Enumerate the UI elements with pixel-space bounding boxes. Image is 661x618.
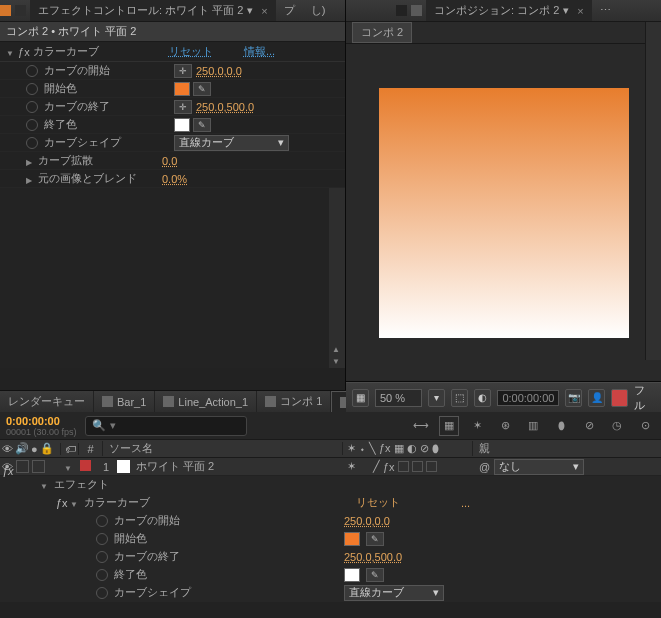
switch-col-icon[interactable]: ƒx (379, 442, 391, 455)
scrollbar-vertical[interactable] (645, 22, 661, 360)
grid-icon[interactable]: ▦ (352, 389, 369, 407)
viewer-canvas-area[interactable] (346, 44, 661, 382)
parent-dropdown[interactable]: なし▾ (494, 459, 584, 475)
color-swatch[interactable] (344, 532, 360, 546)
solo-toggle[interactable] (16, 460, 29, 473)
fx-icon[interactable]: ƒx (56, 497, 68, 509)
switch-col-icon[interactable]: ⊘ (420, 442, 429, 455)
chevron-down-icon[interactable]: ▾ (428, 389, 445, 407)
stopwatch-icon[interactable] (96, 533, 108, 545)
parent-column-header[interactable]: 親 (472, 441, 661, 456)
pickwhip-icon[interactable]: @ (479, 461, 490, 473)
chevron-down-icon[interactable]: ▾ (247, 4, 253, 17)
zoom-dropdown[interactable]: 50 % (375, 389, 422, 407)
disc-icon[interactable]: ⊘ (579, 416, 599, 436)
label-column[interactable]: 🏷 (60, 443, 78, 455)
color-swatch[interactable] (174, 118, 190, 132)
speaker-icon[interactable]: 🔊 (15, 442, 29, 455)
layer-color-swatch[interactable] (80, 460, 91, 471)
reset-link[interactable]: リセット (356, 495, 461, 510)
switch-col-icon[interactable]: ⬩ (359, 442, 366, 455)
resolution-icon[interactable]: ⬚ (451, 389, 468, 407)
camera-icon[interactable]: 📷 (565, 389, 582, 407)
more-link[interactable]: ... (461, 497, 470, 509)
tab-render-queue[interactable]: レンダーキュー (0, 391, 94, 412)
scroll-arrow-down-icon[interactable]: ▼ (332, 357, 342, 366)
lock-icon[interactable]: 🔒 (40, 442, 54, 455)
comp-nested-tab[interactable]: コンポ 2 (352, 22, 412, 43)
eyedropper-icon[interactable]: ✎ (366, 532, 384, 546)
about-link[interactable]: 情報... (244, 44, 275, 59)
composition-tab[interactable]: コンポジション: コンポ 2 ▾ × (426, 0, 592, 21)
3d-icon[interactable] (611, 389, 628, 407)
prop-value[interactable]: 250.0,0.0 (196, 65, 242, 77)
tab-line-action[interactable]: Line_Action_1 (155, 391, 257, 412)
effect-controls-tab[interactable]: エフェクトコントロール: ホワイト 平面 2 ▾ × (30, 0, 276, 21)
lock-toggle[interactable] (32, 460, 45, 473)
twirl-icon[interactable] (26, 173, 32, 185)
mask-icon[interactable]: ◐ (474, 389, 491, 407)
graph-icon[interactable]: ▥ (523, 416, 543, 436)
current-time[interactable]: 0:00:00:00 (6, 415, 77, 427)
stopwatch-icon[interactable] (96, 587, 108, 599)
switch-col-icon[interactable]: ▦ (394, 442, 404, 455)
brain-icon[interactable]: ⊛ (495, 416, 515, 436)
chevron-down-icon[interactable]: ▾ (563, 4, 569, 17)
eye-icon[interactable]: 👁 (2, 443, 13, 455)
shape-dropdown[interactable]: 直線カーブ▾ (344, 585, 444, 601)
color-swatch[interactable] (174, 82, 190, 96)
prop-value[interactable]: 250.0,500.0 (196, 101, 254, 113)
stopwatch-icon[interactable] (26, 119, 38, 131)
tab-bar1[interactable]: Bar_1 (94, 391, 155, 412)
twirl-icon[interactable] (64, 461, 72, 473)
twirl-icon[interactable] (6, 46, 14, 58)
shy-icon[interactable]: ⟷ (411, 416, 431, 436)
switch-col-icon[interactable]: ╲ (369, 442, 376, 455)
layer-switches[interactable]: ✶╱ƒx (343, 460, 473, 473)
twirl-icon[interactable] (26, 155, 32, 167)
reset-link[interactable]: リセット (169, 44, 244, 59)
switch-col-icon[interactable]: ◐ (407, 442, 417, 455)
close-icon[interactable]: × (261, 5, 267, 17)
crosshair-icon[interactable]: ✛ (174, 100, 192, 114)
pill-icon[interactable]: ⬮ (551, 416, 571, 436)
eyedropper-icon[interactable]: ✎ (366, 568, 384, 582)
color-swatch[interactable] (344, 568, 360, 582)
twirl-icon[interactable] (40, 479, 48, 491)
switch-col-icon[interactable]: ✶ (347, 442, 356, 455)
shape-dropdown[interactable]: 直線カーブ▾ (174, 135, 289, 151)
stopwatch-icon[interactable] (26, 65, 38, 77)
prop-value[interactable]: 0.0 (162, 155, 177, 167)
stopwatch-icon[interactable] (96, 515, 108, 527)
close-icon[interactable]: × (577, 5, 583, 17)
user-icon[interactable]: 👤 (588, 389, 605, 407)
scrollbar-vertical[interactable]: ▲ ▼ (329, 188, 345, 368)
solo-icon[interactable]: ● (31, 443, 38, 455)
switch-col-icon[interactable]: ⬮ (432, 442, 439, 455)
crosshair-icon[interactable]: ✛ (174, 64, 192, 78)
frame-blend-icon[interactable]: ▦ (439, 416, 459, 436)
stopwatch-icon[interactable] (96, 551, 108, 563)
prop-value[interactable]: 0.0% (162, 173, 187, 185)
layer-row[interactable]: 👁 1 ホワイト 平面 2 ✶╱ƒx @ なし▾ (0, 458, 661, 476)
scroll-arrow-up-icon[interactable]: ▲ (332, 345, 342, 354)
tab-comp1[interactable]: コンポ 1 (257, 391, 331, 412)
source-column-header[interactable]: ソース名 (102, 441, 342, 456)
motion-blur-icon[interactable]: ✶ (467, 416, 487, 436)
clock-icon[interactable]: ◷ (607, 416, 627, 436)
quality-label[interactable]: フル (634, 383, 655, 413)
time-display[interactable]: 0:00:00:00 (497, 390, 559, 406)
stopwatch-icon[interactable] (26, 101, 38, 113)
stopwatch-icon[interactable] (26, 83, 38, 95)
next-tab-fragment[interactable]: プ (276, 0, 303, 21)
eyedropper-icon[interactable]: ✎ (193, 82, 211, 96)
stopwatch-icon[interactable] (96, 569, 108, 581)
chevron-down-icon[interactable]: ▾ (110, 419, 116, 432)
prop-value[interactable]: 250.0,500.0 (344, 551, 402, 563)
stopwatch-icon[interactable]: ⊙ (635, 416, 655, 436)
eyedropper-icon[interactable]: ✎ (193, 118, 211, 132)
search-input[interactable]: 🔍 ▾ (85, 416, 247, 436)
tab-overflow[interactable]: ⋯ (592, 0, 619, 21)
prop-value[interactable]: 250.0,0.0 (344, 515, 390, 527)
stopwatch-icon[interactable] (26, 137, 38, 149)
